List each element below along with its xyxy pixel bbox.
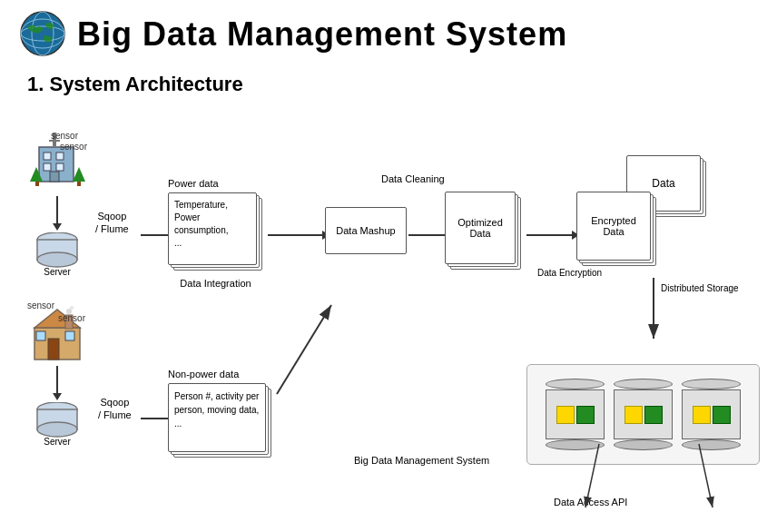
svg-point-18 (37, 252, 77, 267)
sensor-label-top1: sensor (51, 131, 78, 141)
page-title: Big Data Management System (77, 15, 567, 54)
power-data-label: Power data (168, 178, 263, 189)
svg-rect-9 (44, 163, 51, 171)
svg-rect-21 (48, 339, 59, 360)
down-arrow-to-db (644, 273, 663, 346)
svg-rect-23 (65, 331, 74, 340)
svg-rect-10 (56, 163, 64, 171)
svg-rect-15 (77, 182, 81, 186)
svg-rect-11 (50, 172, 59, 182)
diagonal-arrow (268, 296, 340, 405)
svg-rect-13 (35, 182, 39, 186)
svg-line-31 (277, 305, 331, 394)
optimized-data-group: OptimizedData (445, 192, 522, 273)
svg-rect-8 (56, 153, 64, 160)
sensor-label-bot2: sensor (58, 313, 85, 323)
server-bottom: Server (25, 402, 89, 447)
diagram-area: sensor sensor Server Sqoop/ Flume Power … (0, 105, 777, 532)
data-mashup-box: Data Mashup (325, 207, 407, 254)
sensor-group-top: sensor sensor Server (25, 131, 89, 277)
data-integration-label: Data Integration (168, 278, 263, 289)
header: Big Data Management System (0, 0, 777, 68)
sqoop-flume-top: Sqoop/ Flume (95, 210, 129, 236)
big-data-system-label: Big Data Management System (354, 455, 489, 466)
sensor-label-bot1: sensor (27, 300, 54, 310)
data-cleaning-label: Data Cleaning (381, 173, 445, 184)
server-top: Server (25, 232, 89, 277)
encrypted-data-group: EncryptedData (576, 192, 658, 269)
svg-point-26 (70, 306, 74, 310)
distributed-storage-label: Distributed Storage (661, 282, 739, 294)
section-heading: 1. System Architecture (27, 73, 777, 96)
svg-marker-14 (73, 167, 85, 182)
power-data-group: Power data Temperature,Powerconsumption,… (168, 178, 263, 289)
sensor-label-top2: sensor (60, 142, 87, 152)
svg-line-36 (585, 444, 599, 507)
sqoop-flume-bottom: Sqoop/ Flume (98, 396, 132, 422)
sensor-group-bottom: sensor sensor Server (25, 300, 89, 447)
globe-icon (18, 9, 68, 59)
non-power-data-label: Non-power data (168, 369, 272, 379)
svg-point-0 (21, 12, 64, 55)
svg-rect-7 (44, 153, 51, 160)
non-power-data-group: Non-power data Person #, activity perper… (168, 369, 272, 460)
svg-point-29 (37, 422, 77, 437)
svg-line-37 (699, 444, 713, 507)
svg-rect-22 (36, 331, 45, 340)
db-to-squares-arrows (536, 439, 772, 532)
